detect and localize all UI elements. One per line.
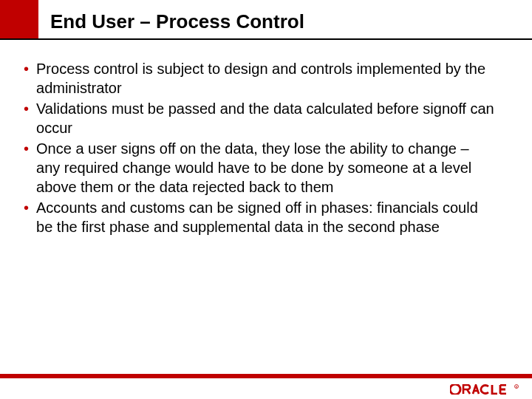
list-item: • Once a user signs off on the data, the… — [24, 139, 497, 197]
header-accent-block — [0, 0, 38, 38]
trademark-icon: R — [514, 384, 519, 395]
bullet-text: Validations must be passed and the data … — [36, 99, 497, 137]
svg-rect-0 — [450, 384, 460, 395]
bullet-icon: • — [24, 139, 29, 158]
list-item: • Process control is subject to design a… — [24, 59, 497, 98]
bullet-text: Accounts and customs can be signed off i… — [36, 198, 497, 236]
bullet-icon: • — [24, 99, 29, 118]
bullet-icon: • — [24, 198, 29, 217]
title-underline — [0, 38, 532, 40]
slide-title: End User – Process Control — [50, 10, 304, 33]
list-item: • Accounts and customs can be signed off… — [24, 198, 497, 236]
bullet-list: • Process control is subject to design a… — [24, 59, 497, 238]
bullet-text: Once a user signs off on the data, they … — [36, 139, 497, 197]
bullet-icon: • — [24, 59, 29, 78]
footer-accent-bar — [0, 374, 532, 378]
bullet-text: Process control is subject to design and… — [36, 59, 497, 98]
list-item: • Validations must be passed and the dat… — [24, 99, 497, 137]
oracle-logo: R — [450, 384, 519, 395]
